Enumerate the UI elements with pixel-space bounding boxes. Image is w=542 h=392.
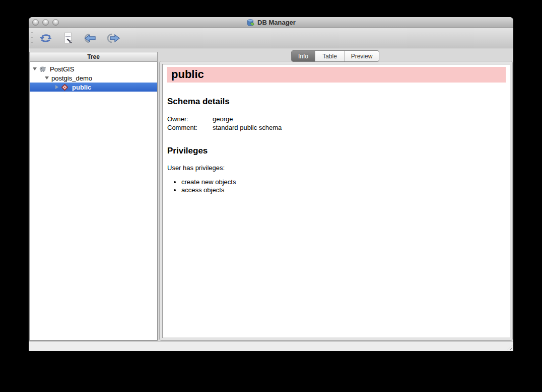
desktop-background: { "window": { "title": "DB Manager" }, "…: [0, 0, 542, 392]
tree-panel-header: Tree: [29, 52, 158, 62]
import-layer-button[interactable]: [81, 31, 97, 46]
postgis-elephant-icon: [39, 65, 46, 73]
detail-label: Owner:: [167, 115, 213, 123]
schema-icon: [61, 84, 69, 91]
tree-panel: PostGIS postgis_demo public: [29, 62, 158, 341]
list-item: access objects: [181, 186, 510, 194]
tree-item-postgis[interactable]: PostGIS: [30, 64, 157, 73]
tree-item-label: PostGIS: [50, 65, 74, 73]
tab-info[interactable]: Info: [292, 51, 315, 61]
tab-table[interactable]: Table: [315, 51, 344, 61]
list-item: create new objects: [181, 178, 510, 186]
tree-item-label: public: [72, 84, 91, 91]
schema-details-table: Owner: george Comment: standard public s…: [167, 115, 282, 132]
expand-arrow-icon[interactable]: [54, 85, 60, 89]
detail-value: standard public schema: [213, 123, 282, 132]
window-controls: [32, 19, 59, 26]
schema-details-heading: Schema details: [167, 97, 506, 107]
tab-bar: Info Table Preview: [291, 50, 379, 62]
privileges-list: create new objects access objects: [167, 178, 510, 194]
tree-item-public[interactable]: public: [30, 83, 157, 92]
export-file-button[interactable]: [105, 31, 121, 46]
collapse-arrow-icon[interactable]: [44, 76, 50, 80]
table-row: Owner: george: [167, 115, 282, 123]
privileges-heading: Privileges: [167, 146, 506, 156]
titlebar[interactable]: DB Manager: [29, 17, 513, 28]
tab-preview[interactable]: Preview: [344, 51, 379, 61]
detail-label: Comment:: [167, 123, 213, 132]
resize-grip[interactable]: [506, 344, 512, 350]
window-title-group: DB Manager: [246, 19, 296, 27]
tree-item-label: postgis_demo: [51, 74, 92, 82]
toolbar: [29, 28, 513, 48]
detail-value: george: [213, 115, 282, 123]
sql-window-button[interactable]: [60, 31, 76, 46]
close-window-button[interactable]: [32, 19, 39, 26]
refresh-button[interactable]: [38, 31, 54, 46]
schema-title: public: [167, 67, 506, 83]
zoom-window-button[interactable]: [52, 19, 59, 26]
status-strip: [29, 341, 513, 351]
export-file-icon: [106, 33, 120, 44]
tree-item-postgis-demo[interactable]: postgis_demo: [30, 73, 157, 83]
refresh-icon: [39, 33, 52, 44]
window-title: DB Manager: [257, 19, 296, 26]
import-layer-icon: [82, 33, 96, 44]
info-view: public Schema details Owner: george Comm…: [162, 64, 510, 338]
sql-window-icon: [63, 32, 73, 44]
toolbar-drag-handle[interactable]: [31, 31, 34, 45]
minimize-window-button[interactable]: [42, 19, 49, 26]
tab-pane: public Schema details Owner: george Comm…: [159, 61, 513, 341]
db-manager-window: DB Manager: [29, 17, 513, 351]
collapse-arrow-icon[interactable]: [32, 67, 38, 70]
db-manager-app-icon: [246, 19, 255, 27]
table-row: Comment: standard public schema: [167, 123, 282, 132]
privileges-intro: User has privileges:: [167, 164, 506, 172]
